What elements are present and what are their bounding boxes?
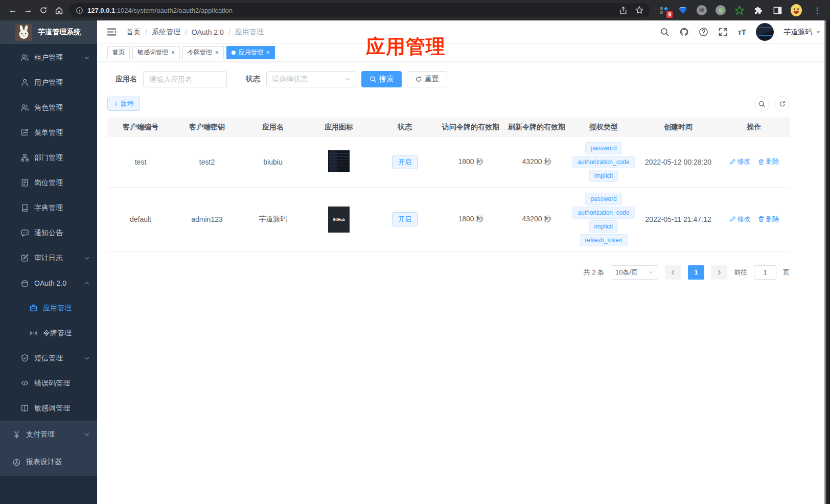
delete-button[interactable]: 删除 xyxy=(758,215,779,224)
breadcrumb-item-2[interactable]: OAuth 2.0 xyxy=(192,28,224,36)
close-tab-icon[interactable]: × xyxy=(171,50,175,56)
cell-grant-types: passwordauthorization_codeimplicit xyxy=(569,137,638,188)
chrome-menu-icon[interactable]: ⋮ xyxy=(810,3,825,18)
sidebar-item-16[interactable]: 报表设计器 xyxy=(0,448,97,476)
reload-button[interactable] xyxy=(36,3,51,18)
caret-down-icon xyxy=(816,30,821,35)
search-icon[interactable] xyxy=(660,27,670,37)
current-page-button[interactable]: 1 xyxy=(688,265,704,280)
sidebar-item-4[interactable]: 部门管理 xyxy=(0,145,97,170)
recorder-extension-icon[interactable] xyxy=(715,5,726,16)
sidebar-item-2[interactable]: 角色管理 xyxy=(0,95,97,120)
home-button[interactable] xyxy=(51,3,66,18)
breadcrumb-item-1[interactable]: 系统管理 xyxy=(152,28,180,37)
column-header-4: 状态 xyxy=(372,118,437,137)
sidebar-item-1[interactable]: 用户管理 xyxy=(0,70,97,95)
tab-label: 令牌管理 xyxy=(188,48,212,57)
gem-extension-icon[interactable] xyxy=(677,5,688,16)
sidebar-item-label: 用户管理 xyxy=(34,78,63,87)
show-search-toggle-button[interactable] xyxy=(754,96,769,111)
edit-button[interactable]: 修改 xyxy=(729,157,751,166)
edit-label: 修改 xyxy=(737,215,751,224)
tab-label: 敏感词管理 xyxy=(137,48,168,57)
sidebar-item-label: 应用管理 xyxy=(43,304,72,313)
breadcrumb-item-0[interactable]: 首页 xyxy=(126,28,141,37)
next-page-button[interactable] xyxy=(711,265,727,280)
sidebar-item-label: 错误码管理 xyxy=(34,379,70,388)
cell-app-icon xyxy=(306,137,372,188)
sidebar-item-label: 菜单管理 xyxy=(34,128,63,138)
cell-app-name: 芋道源码 xyxy=(240,187,306,251)
split-view-icon[interactable] xyxy=(772,5,783,16)
url-bar[interactable]: 127.0.0.1:1024/system/oauth2/oauth2/appl… xyxy=(70,3,650,17)
home-icon xyxy=(55,6,63,15)
sidebar-item-12[interactable]: 短信管理 xyxy=(0,346,97,371)
sidebar-item-6[interactable]: 字典管理 xyxy=(0,195,97,220)
status-select[interactable]: 请选择状态 xyxy=(266,71,356,87)
column-header-6: 刷新令牌的有效期 xyxy=(504,118,569,137)
total-count: 共 2 条 xyxy=(584,268,604,277)
sidebar-item-14[interactable]: 敏感词管理 xyxy=(0,396,97,421)
tab-groups-extension-icon[interactable]: 9 xyxy=(658,5,670,16)
sidebar-item-label: 报表设计器 xyxy=(26,457,62,467)
sidebar-item-15[interactable]: 支付管理 xyxy=(0,421,97,448)
profile-avatar-icon[interactable] xyxy=(791,5,802,16)
sidebar-item-0[interactable]: 租户管理 xyxy=(0,45,97,70)
green-star-extension-icon[interactable] xyxy=(734,5,745,16)
add-button[interactable]: + 新增 xyxy=(107,97,140,111)
close-tab-icon[interactable]: × xyxy=(215,50,219,56)
sidebar-item-7[interactable]: 通知公告 xyxy=(0,220,97,245)
grant-type-tag: authorization_code xyxy=(572,156,634,168)
share-icon[interactable] xyxy=(619,6,628,15)
github-icon[interactable] xyxy=(679,27,689,37)
bookmark-star-icon[interactable] xyxy=(635,6,644,15)
grant-type-tag: authorization_code xyxy=(572,207,634,219)
fullscreen-icon[interactable] xyxy=(718,27,728,37)
goto-page-input[interactable] xyxy=(754,265,776,280)
column-header-8: 创建时间 xyxy=(638,118,719,137)
sidebar-item-3[interactable]: 菜单管理 xyxy=(0,120,97,145)
sidebar-item-11[interactable]: 令牌管理 xyxy=(0,320,97,346)
status-label: 状态 xyxy=(246,75,260,84)
help-icon[interactable] xyxy=(699,27,708,37)
column-header-0: 客户端编号 xyxy=(107,118,174,137)
sidebar-item-8[interactable]: 审计日志 xyxy=(0,245,97,270)
font-size-icon[interactable]: ᴛT xyxy=(737,28,746,36)
sidebar-item-13[interactable]: 错误码管理 xyxy=(0,371,97,396)
filter-form: 应用名 状态 请选择状态 搜索 重置 xyxy=(107,71,814,87)
search-button[interactable]: 搜索 xyxy=(361,71,402,87)
tab-2[interactable]: 令牌管理× xyxy=(182,46,224,59)
edit-icon xyxy=(729,216,736,222)
extensions-puzzle-icon[interactable] xyxy=(753,5,764,16)
user-avatar[interactable] xyxy=(756,23,774,41)
tab-0[interactable]: 首页 xyxy=(107,46,130,59)
app-name-input[interactable] xyxy=(143,71,227,87)
forward-button[interactable]: → xyxy=(20,3,36,18)
prev-page-button[interactable] xyxy=(665,265,681,280)
reset-button[interactable]: 重置 xyxy=(407,71,447,87)
collapse-sidebar-icon[interactable] xyxy=(106,27,117,37)
command-extension-icon[interactable]: ⌘ xyxy=(696,5,707,16)
user-menu[interactable]: 芋道源码 xyxy=(783,28,821,37)
sidebar-item-9[interactable]: OAuth 2.0 xyxy=(0,270,97,295)
edit-button[interactable]: 修改 xyxy=(729,215,751,224)
cell-created-time: 2022-05-12 00:28:20 xyxy=(638,137,719,188)
sidebar-item-5[interactable]: 岗位管理 xyxy=(0,170,97,195)
table-toolbar: + 新增 xyxy=(107,96,790,111)
cell-grant-types: passwordauthorization_codeimplicitrefres… xyxy=(569,187,638,251)
username-label: 芋道源码 xyxy=(783,28,812,37)
chevron-down-icon xyxy=(344,76,351,82)
page-size-select[interactable]: 10条/页 xyxy=(611,265,658,280)
tab-1[interactable]: 敏感词管理× xyxy=(132,46,180,59)
cell-client-id: test xyxy=(107,137,174,188)
app-logo[interactable]: 芋道管理系统 xyxy=(0,20,97,44)
close-tab-icon[interactable]: × xyxy=(266,50,270,56)
page-size-value: 10条/页 xyxy=(615,268,638,277)
refresh-table-button[interactable] xyxy=(774,96,790,111)
sidebar-item-10[interactable]: 应用管理 xyxy=(0,295,97,320)
back-button[interactable]: ← xyxy=(5,3,20,18)
tab-label: 首页 xyxy=(112,48,125,57)
delete-button[interactable]: 删除 xyxy=(758,157,779,166)
sidebar-item-label: 令牌管理 xyxy=(43,329,72,338)
tab-3[interactable]: 应用管理× xyxy=(226,46,275,59)
